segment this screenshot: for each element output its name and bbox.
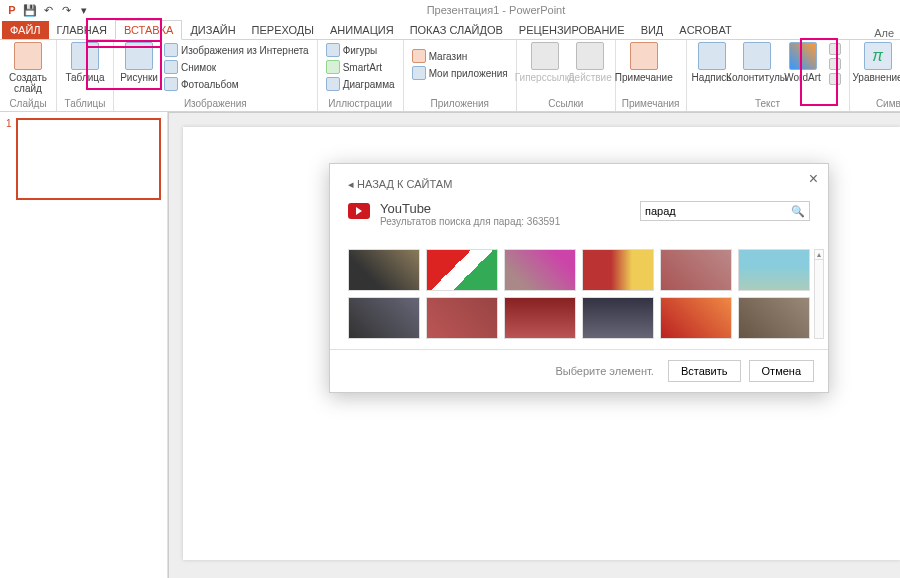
smartart-button[interactable]: SmartArt [324,59,397,75]
chart-button[interactable]: Диаграмма [324,76,397,92]
equation-button[interactable]: πУравнение [856,42,900,83]
tab-transitions[interactable]: ПЕРЕХОДЫ [244,21,322,39]
group-links: Ссылки [523,98,609,111]
video-result[interactable] [660,249,732,291]
username: Але [874,27,900,39]
text-extra2[interactable] [827,57,843,71]
tab-insert[interactable]: ВСТАВКА [115,20,182,40]
tab-animation[interactable]: АНИМАЦИЯ [322,21,402,39]
myapps-button[interactable]: Мои приложения [410,65,510,81]
video-result[interactable] [582,249,654,291]
group-text: Текст [693,98,843,111]
qat-more-icon[interactable]: ▾ [76,2,92,18]
cancel-button[interactable]: Отмена [749,360,814,382]
group-symbols: Символы [856,98,900,111]
tab-review[interactable]: РЕЦЕНЗИРОВАНИЕ [511,21,633,39]
back-to-sites-link[interactable]: ◂ НАЗАД К САЙТАМ [348,178,810,191]
text-extra3[interactable] [827,72,843,86]
window-title: Презентация1 - PowerPoint [92,4,900,16]
save-icon[interactable]: 💾 [22,2,38,18]
tab-home[interactable]: ГЛАВНАЯ [49,21,115,39]
youtube-result-count: Результатов поиска для парад: 363591 [380,216,560,227]
slide-canvas: × ◂ НАЗАД К САЙТАМ YouTube Результатов п… [168,112,900,578]
table-button[interactable]: Таблица [63,42,107,83]
video-result[interactable] [504,249,576,291]
tab-file[interactable]: ФАЙЛ [2,21,49,39]
insert-button[interactable]: Вставить [668,360,741,382]
video-result[interactable] [426,297,498,339]
thumb-number: 1 [6,118,12,200]
screenshot-button[interactable]: Снимок [162,59,311,75]
photo-album-button[interactable]: Фотоальбом [162,76,311,92]
tab-acrobat[interactable]: ACROBAT [671,21,739,39]
group-comments: Примечания [622,98,680,111]
search-icon[interactable]: 🔍 [791,205,805,218]
group-illustrations: Иллюстрации [324,98,397,111]
results-scrollbar[interactable]: ▴ [814,249,824,339]
slide-thumbnail-1[interactable] [16,118,161,200]
dialog-hint: Выберите элемент. [555,365,653,377]
app-icon: P [4,2,20,18]
slide-thumbnail-panel: 1 [0,112,168,578]
pictures-button[interactable]: Рисунки [120,42,158,83]
video-result[interactable] [738,249,810,291]
undo-icon[interactable]: ↶ [40,2,56,18]
video-result[interactable] [582,297,654,339]
hyperlink-button[interactable]: Гиперссылка [523,42,567,83]
video-result[interactable] [348,249,420,291]
shapes-button[interactable]: Фигуры [324,42,397,58]
group-apps: Приложения [410,98,510,111]
group-slides: Слайды [6,98,50,111]
store-button[interactable]: Магазин [410,48,510,64]
textbox-button[interactable]: Надпись [693,42,731,83]
online-pictures-button[interactable]: Изображения из Интернета [162,42,311,58]
headerfooter-button[interactable]: Колонтитулы [735,42,779,83]
tab-slideshow[interactable]: ПОКАЗ СЛАЙДОВ [402,21,511,39]
youtube-title: YouTube [380,201,560,216]
tab-design[interactable]: ДИЗАЙН [182,21,243,39]
youtube-icon [348,203,370,219]
wordart-button[interactable]: WordArt [783,42,823,83]
video-result[interactable] [426,249,498,291]
search-box[interactable]: 🔍 [640,201,810,221]
video-result[interactable] [348,297,420,339]
video-result[interactable] [504,297,576,339]
insert-video-dialog: × ◂ НАЗАД К САЙТАМ YouTube Результатов п… [329,163,829,393]
text-extra1[interactable] [827,42,843,56]
action-button[interactable]: Действие [571,42,609,83]
dialog-close-button[interactable]: × [809,170,818,188]
new-slide-button[interactable]: Создать слайд [6,42,50,94]
tab-view[interactable]: ВИД [633,21,672,39]
search-input[interactable] [645,205,791,217]
comment-button[interactable]: Примечание [622,42,666,83]
video-result[interactable] [738,297,810,339]
group-images: Изображения [120,98,311,111]
redo-icon[interactable]: ↷ [58,2,74,18]
video-result[interactable] [660,297,732,339]
group-tables: Таблицы [63,98,107,111]
